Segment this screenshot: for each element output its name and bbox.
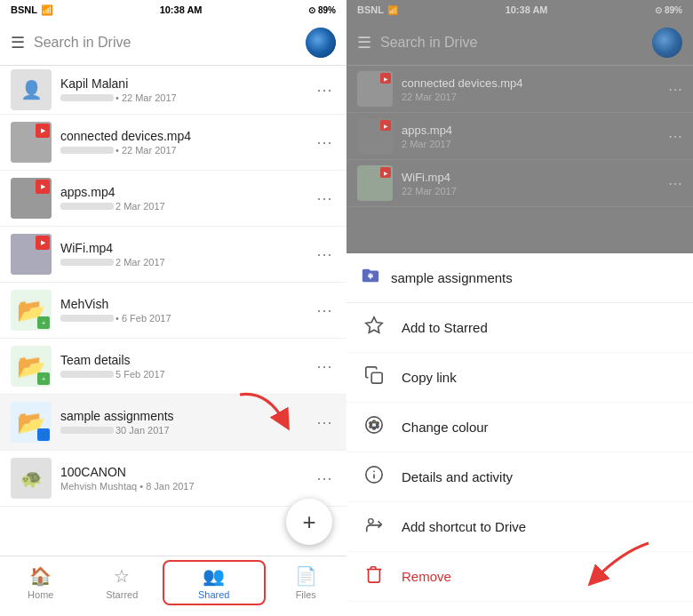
file-meta: 2 Mar 2017 xyxy=(60,257,304,268)
list-item[interactable]: 📂 + MehVish • 6 Feb 2017 ⋯ xyxy=(0,283,346,339)
list-item[interactable]: connected devices.mp4 • 22 Mar 2017 ⋯ xyxy=(0,115,346,171)
carrier-right: BSNL xyxy=(357,4,384,15)
avatar-right xyxy=(652,28,682,58)
details-label: Details and activity xyxy=(402,469,513,484)
fab-button[interactable]: + xyxy=(286,499,332,545)
file-meta: • 22 Mar 2017 xyxy=(60,92,304,103)
meta-blur xyxy=(60,371,114,378)
avatar[interactable] xyxy=(306,28,336,58)
file-date: 5 Feb 2017 xyxy=(116,369,165,380)
more-button[interactable]: ⋯ xyxy=(313,129,336,156)
meta-blur xyxy=(60,315,114,322)
file-date: • 22 Mar 2017 xyxy=(116,145,177,156)
nav-starred[interactable]: ☆ Starred xyxy=(82,565,163,600)
starred-label: Starred xyxy=(106,589,138,600)
files-icon: 📄 xyxy=(295,565,317,587)
more-button[interactable]: ⋯ xyxy=(313,465,336,492)
search-bar-left: ☰ Search in Drive xyxy=(0,20,346,66)
file-thumbnail xyxy=(11,178,52,219)
menu-item-add-shortcut[interactable]: Add shortcut to Drive xyxy=(346,502,693,552)
list-item[interactable]: WiFi.mp4 2 Mar 2017 ⋯ xyxy=(0,227,346,283)
bottom-nav: 🏠 Home ☆ Starred 👥 Shared 📄 Files xyxy=(0,556,346,616)
list-item-sample-assignments[interactable]: 📂 👤 sample assignments 30 Jan 2017 ⋯ xyxy=(0,395,346,451)
list-item[interactable]: 📂 + Team details 5 Feb 2017 ⋯ xyxy=(0,339,346,395)
trash-icon xyxy=(362,564,386,588)
copy-link-label: Copy link xyxy=(402,370,457,385)
menu-item-change-colour[interactable]: Change colour xyxy=(346,403,693,452)
folder-icon xyxy=(361,266,380,290)
file-list: 👤 Kapil Malani • 22 Mar 2017 ⋯ connected… xyxy=(0,66,346,556)
svg-point-7 xyxy=(376,425,378,428)
svg-point-9 xyxy=(370,425,372,428)
star-icon xyxy=(362,316,386,340)
meta-blur xyxy=(60,203,114,210)
menu-item-details[interactable]: Details and activity xyxy=(346,452,693,502)
file-meta: • 6 Feb 2017 xyxy=(60,313,304,324)
file-name: sample assignments xyxy=(60,409,304,423)
shared-label: Shared xyxy=(198,589,229,600)
svg-point-6 xyxy=(376,422,378,425)
add-shortcut-label: Add shortcut to Drive xyxy=(402,519,526,534)
context-menu-header: sample assignments xyxy=(346,253,693,303)
more-button[interactable]: ⋯ xyxy=(313,409,336,436)
more-button[interactable]: ⋯ xyxy=(313,297,336,324)
time-left: 10:38 AM xyxy=(160,4,203,15)
file-thumbnail xyxy=(11,122,52,163)
search-placeholder[interactable]: Search in Drive xyxy=(34,35,297,51)
file-date: 30 Jan 2017 xyxy=(116,425,170,436)
starred-icon: ☆ xyxy=(114,565,130,587)
home-icon: 🏠 xyxy=(29,565,52,587)
meta-blur xyxy=(60,147,114,154)
dimmed-file-list: ▶ connected devices.mp4 22 Mar 2017 ⋯ ▶ … xyxy=(346,66,693,207)
time-right: 10:38 AM xyxy=(506,4,548,15)
file-thumbnail xyxy=(11,234,52,275)
file-meta: 2 Mar 2017 xyxy=(60,201,304,212)
nav-files[interactable]: 📄 Files xyxy=(266,565,347,600)
more-button[interactable]: ⋯ xyxy=(313,185,336,212)
more-button[interactable]: ⋯ xyxy=(313,76,336,103)
list-item[interactable]: apps.mp4 2 Mar 2017 ⋯ xyxy=(0,171,346,227)
svg-rect-2 xyxy=(371,372,382,383)
more-button[interactable]: ⋯ xyxy=(313,241,336,268)
file-info: MehVish • 6 Feb 2017 xyxy=(60,297,304,324)
change-colour-label: Change colour xyxy=(402,420,489,435)
file-name: Kapil Malani xyxy=(60,76,304,91)
nav-home[interactable]: 🏠 Home xyxy=(0,565,82,600)
right-panel: BSNL 📶 10:38 AM ⊙ 89% ☰ Search in Drive … xyxy=(346,0,693,616)
file-info: apps.mp4 2 Mar 2017 xyxy=(60,185,304,212)
palette-icon xyxy=(362,415,386,439)
file-meta: Mehvish Mushtaq • 8 Jan 2017 xyxy=(60,481,304,492)
file-date: 2 Mar 2017 xyxy=(116,257,165,268)
list-item[interactable]: 👤 Kapil Malani • 22 Mar 2017 ⋯ xyxy=(0,66,346,115)
meta-blur xyxy=(60,259,114,266)
file-meta: • 22 Mar 2017 xyxy=(60,145,304,156)
svg-marker-1 xyxy=(366,317,382,332)
file-info: Team details 5 Feb 2017 xyxy=(60,353,304,380)
file-date: 2 Mar 2017 xyxy=(116,201,165,212)
avatar-image xyxy=(306,28,336,58)
meta-blur xyxy=(60,94,114,101)
menu-item-copy-link[interactable]: Copy link xyxy=(346,353,693,403)
file-thumbnail: 📂 + xyxy=(11,346,52,387)
file-name: 100CANON xyxy=(60,465,304,479)
hamburger-icon[interactable]: ☰ xyxy=(11,33,25,52)
left-panel: BSNL 📶 10:38 AM ⊙ 89% ☰ Search in Drive … xyxy=(0,0,346,616)
file-info: 100CANON Mehvish Mushtaq • 8 Jan 2017 xyxy=(60,465,304,492)
file-owner: Mehvish Mushtaq • 8 Jan 2017 xyxy=(60,481,195,492)
wifi-icon-left: 📶 xyxy=(41,4,53,16)
dimmed-overlay: BSNL 📶 10:38 AM ⊙ 89% ☰ Search in Drive … xyxy=(346,0,693,253)
file-info: Kapil Malani • 22 Mar 2017 xyxy=(60,76,304,103)
menu-item-remove[interactable]: Remove xyxy=(346,552,693,602)
battery-left: ⊙ 89% xyxy=(308,5,336,15)
list-item[interactable]: 🐢 100CANON Mehvish Mushtaq • 8 Jan 2017 … xyxy=(0,451,346,507)
file-date: • 6 Feb 2017 xyxy=(116,313,171,324)
menu-item-add-starred[interactable]: Add to Starred xyxy=(346,303,693,353)
file-info: WiFi.mp4 2 Mar 2017 xyxy=(60,241,304,268)
file-meta: 5 Feb 2017 xyxy=(60,369,304,380)
file-date: • 22 Mar 2017 xyxy=(116,92,177,103)
file-thumbnail: 👤 xyxy=(11,69,52,110)
more-button[interactable]: ⋯ xyxy=(313,353,336,380)
meta-blur xyxy=(60,427,114,434)
nav-shared[interactable]: 👥 Shared xyxy=(163,560,266,605)
files-label: Files xyxy=(296,589,316,600)
